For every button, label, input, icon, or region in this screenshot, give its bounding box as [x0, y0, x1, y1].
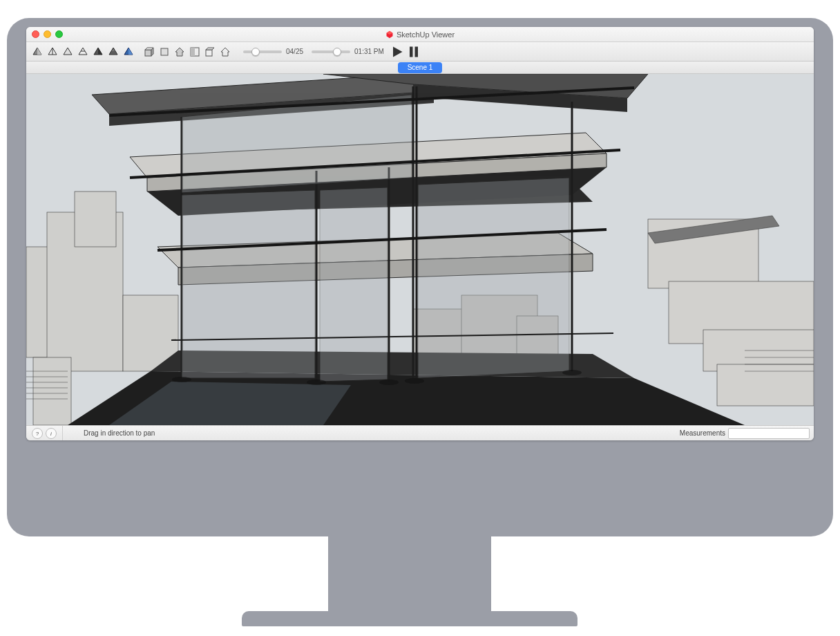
svg-point-82 — [379, 380, 399, 385]
statusbar: ? i Drag in direction to pan Measurement… — [26, 425, 814, 440]
view-section-button[interactable] — [188, 45, 202, 59]
status-icons: ? i — [26, 426, 63, 440]
svg-point-83 — [405, 378, 424, 384]
status-hint: Drag in direction to pan — [63, 429, 155, 437]
minimize-button[interactable] — [44, 30, 51, 38]
style-monochrome-button[interactable] — [61, 45, 75, 59]
style-shaded-button[interactable] — [30, 45, 44, 59]
help-icon[interactable]: ? — [32, 428, 43, 439]
style-hidden-line-button[interactable] — [46, 45, 59, 59]
svg-point-81 — [307, 380, 326, 385]
svg-marker-26 — [393, 46, 403, 57]
style-textured-button[interactable] — [106, 45, 120, 59]
svg-text:i: i — [50, 431, 52, 437]
scene-tab-row: Scene 1 — [26, 62, 814, 74]
svg-text:?: ? — [36, 431, 39, 437]
style-wireframe-button[interactable] — [76, 45, 90, 59]
date-slider[interactable] — [243, 50, 282, 53]
time-slider-label: 01:31 PM — [354, 48, 384, 55]
monitor-stand-neck — [328, 532, 491, 615]
viewport-3d[interactable] — [26, 74, 814, 425]
monitor-stand-base — [242, 611, 578, 626]
scene-tab-active[interactable]: Scene 1 — [398, 62, 443, 73]
view-home-button[interactable] — [173, 45, 187, 59]
style-back-edges-button[interactable] — [122, 45, 135, 59]
app-icon — [385, 28, 394, 37]
svg-rect-27 — [410, 46, 413, 57]
window-title: SketchUp Viewer — [397, 30, 455, 39]
measurements-label: Measurements — [680, 429, 725, 437]
toolbar: 04/25 01:31 PM — [26, 42, 814, 62]
svg-rect-32 — [75, 191, 116, 247]
svg-marker-20 — [175, 48, 184, 56]
svg-marker-24 — [206, 48, 214, 50]
maximize-button[interactable] — [55, 30, 63, 38]
svg-marker-74 — [418, 178, 569, 378]
time-slider-group: 01:31 PM — [312, 48, 387, 55]
svg-marker-6 — [64, 48, 72, 55]
app-window: SketchUp Viewer 04/25 01:31 PM — [26, 27, 814, 440]
svg-marker-25 — [221, 48, 229, 56]
svg-rect-28 — [414, 46, 418, 57]
close-button[interactable] — [32, 30, 39, 38]
svg-point-84 — [562, 370, 582, 375]
window-controls — [32, 30, 63, 38]
date-slider-group: 04/25 — [243, 48, 306, 55]
svg-rect-23 — [206, 50, 212, 56]
titlebar: SketchUp Viewer — [26, 27, 814, 42]
style-xray-button[interactable] — [91, 45, 105, 59]
view-iso-button[interactable] — [142, 45, 156, 59]
info-icon[interactable]: i — [46, 428, 57, 439]
measurements-field[interactable] — [728, 428, 810, 439]
svg-rect-33 — [33, 357, 71, 425]
measurements-group: Measurements — [680, 428, 814, 439]
svg-marker-72 — [182, 190, 315, 378]
view-zoom-extents-button[interactable] — [218, 45, 232, 59]
svg-point-80 — [172, 377, 191, 382]
view-top-button[interactable] — [158, 45, 171, 59]
svg-rect-19 — [161, 48, 168, 55]
play-button[interactable] — [391, 46, 403, 58]
svg-rect-44 — [717, 364, 814, 406]
view-perspective-button[interactable] — [203, 45, 217, 59]
svg-rect-22 — [191, 48, 195, 56]
svg-marker-73 — [320, 187, 388, 382]
svg-rect-16 — [145, 50, 151, 56]
date-slider-label: 04/25 — [286, 48, 303, 55]
pause-button[interactable] — [408, 46, 420, 58]
time-slider[interactable] — [312, 50, 350, 53]
